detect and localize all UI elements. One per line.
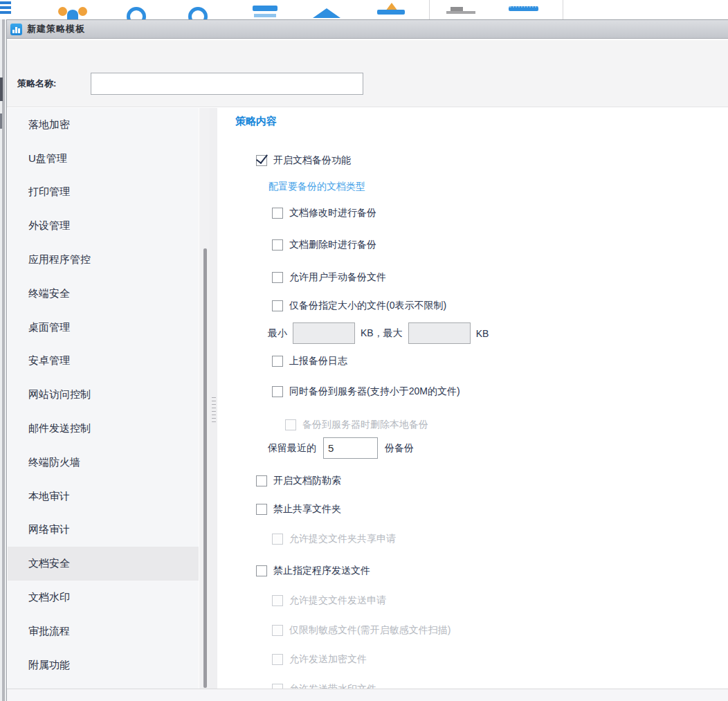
dialog-footer: [7, 689, 728, 701]
category-sidebar: 落地加密U盘管理打印管理外设管理应用程序管控终端安全桌面管理安卓管理网站访问控制…: [8, 108, 199, 689]
checkbox-label: 允许发送加密文件: [289, 653, 367, 666]
sidebar-item-3[interactable]: 打印管理: [8, 176, 199, 210]
sidebar-item-12[interactable]: 本地审计: [8, 480, 199, 513]
checkbox-row: 同时备份到服务器(支持小于20M的文件): [272, 385, 460, 399]
checkbox-row: 开启文档防勒索: [256, 474, 341, 488]
sidebar-item-15[interactable]: 文档水印: [8, 581, 199, 614]
checkbox-unchecked-icon[interactable]: [272, 239, 283, 251]
checkbox-label: 允许用户手动备份文件: [289, 271, 386, 284]
keep-backups-row: 保留最近的份备份: [268, 437, 414, 459]
policy-content-pane: 策略内容 开启文档备份功能配置要备份的文档类型文档修改时进行备份文档删除时进行备…: [217, 108, 728, 689]
checkbox-unchecked-icon: [272, 595, 283, 606]
sidebar-item-13[interactable]: 网络审计: [8, 513, 199, 547]
checkbox-unchecked-icon[interactable]: [256, 504, 267, 515]
policy-name-label: 策略名称:: [17, 78, 56, 90]
new-policy-template-dialog: 新建策略模板 策略名称: 落地加密U盘管理打印管理外设管理应用程序管控终端安全桌…: [6, 19, 728, 701]
tool-icon: [446, 6, 478, 19]
users-icon: [58, 6, 89, 19]
min-size-input: [293, 322, 355, 344]
toolbar-separator: [563, 0, 563, 19]
size-limit-row: 最小KB，最大KB: [268, 322, 489, 345]
dialog-title: 新建策略模板: [27, 23, 85, 35]
sidebar-item-16[interactable]: 审批流程: [8, 614, 199, 648]
sidebar-item-6[interactable]: 终端安全: [8, 277, 199, 311]
checkbox-unchecked-icon[interactable]: [272, 208, 283, 219]
min-label: 最小: [268, 327, 287, 340]
checkbox-label: 允许提交文件夹共享申请: [289, 533, 396, 545]
arrow-up-icon: [313, 8, 342, 19]
checkbox-row: 禁止指定程序发送文件: [256, 564, 370, 578]
checkbox-row: 允许提交文件发送申请: [272, 594, 386, 608]
checkbox-row: 仅限制敏感文件(需开启敏感文件扫描): [272, 623, 451, 637]
sidebar-item-17[interactable]: 附属功能: [8, 648, 199, 682]
backups-suffix-label: 份备份: [385, 442, 414, 455]
checkbox-row: 仅备份指定大小的文件(0表示不限制): [272, 299, 446, 313]
checkbox-unchecked-icon[interactable]: [272, 300, 283, 311]
kb-max-label: KB，最大: [361, 327, 403, 340]
list-icon: [0, 1, 12, 18]
background-window-edge: [0, 19, 6, 701]
checkbox-label: 仅限制敏感文件(需开启敏感文件扫描): [289, 624, 451, 637]
sidebar-item-4[interactable]: 外设管理: [8, 209, 199, 243]
scrollbar-thumb[interactable]: [203, 248, 207, 688]
checkbox-row: 允许发送带水印文件: [272, 682, 376, 689]
policy-name-row: 策略名称:: [7, 39, 728, 107]
sidebar-item-10[interactable]: 邮件发送控制: [8, 412, 199, 446]
checkbox-label: 备份到服务器时删除本地备份: [302, 419, 428, 431]
dialog-titlebar[interactable]: 新建策略模板: [7, 20, 728, 39]
checkbox-unchecked-icon[interactable]: [256, 475, 267, 486]
checkbox-unchecked-icon: [272, 625, 283, 636]
sidebar-item-2[interactable]: U盘管理: [8, 142, 199, 176]
splitter-grip-icon[interactable]: [212, 397, 216, 422]
checkbox-row: 允许发送加密文件: [272, 653, 367, 666]
toolbar-separator: [429, 0, 430, 19]
checkbox-checked-icon[interactable]: [256, 155, 267, 166]
bar-chart-icon: [10, 24, 22, 35]
circle-icon-1: [127, 7, 147, 19]
checkbox-label: 文档修改时进行备份: [289, 207, 376, 219]
checkbox-unchecked-icon[interactable]: [272, 386, 283, 397]
configure-backup-doc-types-link[interactable]: 配置要备份的文档类型: [269, 181, 365, 193]
sidebar-item-14[interactable]: 文档安全: [8, 547, 199, 581]
checkbox-label: 仅备份指定大小的文件(0表示不限制): [289, 300, 446, 312]
checkbox-unchecked-icon: [272, 534, 283, 545]
circle-icon-2: [188, 7, 209, 19]
policy-name-input[interactable]: [91, 73, 363, 95]
checkbox-label: 同时备份到服务器(支持小于20M的文件): [289, 385, 460, 398]
checkbox-row: 允许用户手动备份文件: [272, 271, 386, 284]
sidebar-item-8[interactable]: 安卓管理: [8, 345, 199, 379]
checkbox-row: 上报备份日志: [272, 354, 347, 368]
checkbox-row: 允许提交文件夹共享申请: [272, 532, 396, 546]
kb-label: KB: [476, 328, 489, 339]
bar-icon: [509, 6, 540, 19]
sidebar-item-7[interactable]: 桌面管理: [8, 311, 199, 345]
checkbox-label: 禁止共享文件夹: [273, 503, 341, 516]
checkbox-unchecked-icon[interactable]: [272, 272, 283, 283]
keep-recent-label: 保留最近的: [268, 442, 316, 455]
max-size-input: [408, 322, 471, 344]
sidebar-item-5[interactable]: 应用程序管控: [8, 243, 199, 277]
checkbox-row: 开启文档备份功能: [256, 154, 351, 167]
screen: 新建策略模板 策略名称: 落地加密U盘管理打印管理外设管理应用程序管控终端安全桌…: [0, 0, 728, 701]
checkbox-label: 开启文档防勒索: [273, 475, 341, 487]
keep-count-input[interactable]: [323, 437, 378, 459]
checkbox-row: 备份到服务器时删除本地备份: [285, 418, 428, 432]
bars-icon: [253, 6, 279, 19]
checkbox-row: 文档修改时进行备份: [272, 206, 376, 220]
checkbox-label: 开启文档备份功能: [273, 154, 351, 167]
checkbox-label: 文档删除时进行备份: [289, 239, 376, 251]
background-toolbar: [0, 0, 728, 19]
checkbox-row: 禁止共享文件夹: [256, 502, 341, 516]
sidebar-item-1[interactable]: 落地加密: [8, 108, 199, 142]
checkbox-row: 文档删除时进行备份: [272, 238, 376, 252]
sidebar-item-9[interactable]: 网站访问控制: [8, 378, 199, 412]
checkbox-unchecked-icon[interactable]: [256, 565, 267, 576]
content-header: 策略内容: [235, 115, 277, 128]
link-row: 配置要备份的文档类型: [269, 180, 365, 194]
checkbox-unchecked-icon[interactable]: [272, 356, 283, 367]
sidebar-item-11[interactable]: 终端防火墙: [8, 446, 199, 480]
checkbox-label: 允许提交文件发送申请: [289, 594, 386, 607]
checkbox-label: 上报备份日志: [289, 355, 347, 367]
pane-splitter[interactable]: [210, 108, 217, 689]
checkbox-unchecked-icon: [272, 654, 283, 665]
